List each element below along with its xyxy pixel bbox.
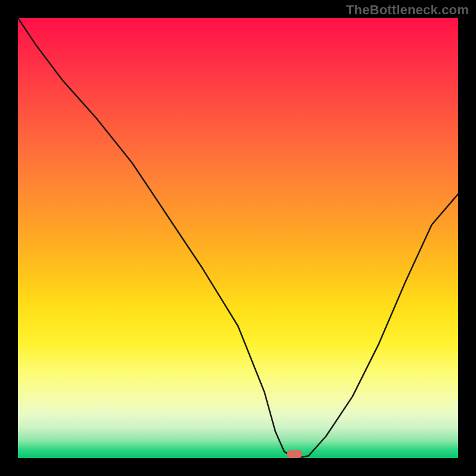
bottleneck-curve	[18, 18, 458, 458]
watermark-text: TheBottleneck.com	[346, 2, 469, 18]
optimal-point-marker	[287, 450, 302, 458]
plot-area	[18, 18, 458, 458]
chart-frame: TheBottleneck.com	[0, 0, 476, 476]
